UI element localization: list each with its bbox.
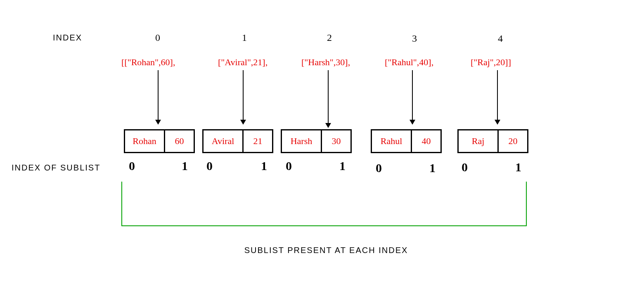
index-4: 4 — [498, 33, 503, 44]
subindex-2-1: 1 — [339, 159, 346, 173]
code-text-4: ["Raj",20]] — [471, 57, 511, 68]
box-value-3: 40 — [412, 129, 442, 153]
box-name-4: Raj — [457, 129, 499, 153]
index-1: 1 — [242, 32, 247, 43]
sublist-box-1: Aviral 21 — [202, 129, 273, 153]
code-text-1: ["Aviral",21], — [218, 57, 268, 68]
sublist-box-4: Raj 20 — [457, 129, 528, 153]
box-value-0: 60 — [165, 129, 195, 153]
bracket — [121, 182, 527, 226]
box-name-2: Harsh — [281, 129, 322, 153]
subindex-1-1: 1 — [261, 159, 267, 173]
sublist-box-3: Rahul 40 — [371, 129, 442, 153]
arrow-4 — [497, 70, 498, 124]
index-3: 3 — [412, 33, 417, 44]
sublist-box-0: Rohan 60 — [124, 129, 195, 153]
index-header-label: INDEX — [53, 33, 82, 43]
subindex-0-0: 0 — [129, 159, 135, 173]
index-2: 2 — [327, 32, 332, 43]
index-0: 0 — [155, 32, 160, 43]
code-text-2: ["Harsh",30], — [301, 57, 350, 68]
box-value-2: 30 — [322, 129, 352, 153]
sublist-box-2: Harsh 30 — [281, 129, 352, 153]
code-text-3: ["Rahul",40], — [385, 57, 433, 68]
subindex-1-0: 0 — [206, 159, 213, 173]
arrow-1 — [243, 70, 244, 124]
caption: SUBLIST PRESENT AT EACH INDEX — [223, 246, 429, 255]
box-value-1: 21 — [244, 129, 273, 153]
box-value-4: 20 — [499, 129, 528, 153]
box-name-1: Aviral — [202, 129, 244, 153]
subindex-4-1: 1 — [515, 160, 521, 174]
subindex-3-1: 1 — [429, 161, 436, 175]
box-name-0: Rohan — [124, 129, 165, 153]
code-text-0: [["Rohan",60], — [121, 57, 175, 68]
arrow-2 — [328, 70, 329, 127]
arrow-3 — [412, 70, 413, 124]
subindex-0-1: 1 — [182, 159, 188, 173]
index-of-sublist-label: INDEX OF SUBLIST — [12, 163, 100, 173]
box-name-3: Rahul — [371, 129, 412, 153]
subindex-4-0: 0 — [462, 160, 468, 174]
arrow-0 — [158, 70, 159, 124]
subindex-3-0: 0 — [376, 161, 382, 175]
subindex-2-0: 0 — [286, 159, 292, 173]
